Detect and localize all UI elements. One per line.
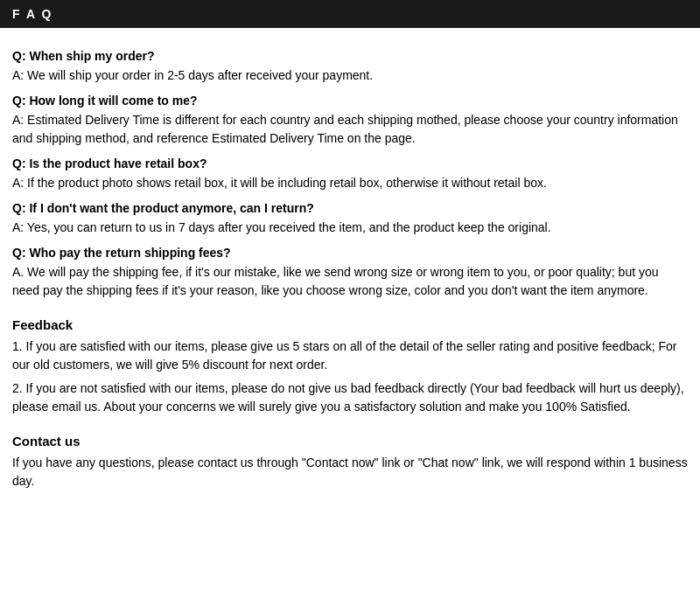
faq-item-3: Q: Is the product have retail box? A: If… [12,156,688,192]
faq-answer-3: A: If the product photo shows retail box… [12,174,688,192]
faq-answer-5: A. We will pay the shipping fee, if it's… [12,263,688,300]
faq-question-5: Q: Who pay the return shipping fees? [12,246,688,260]
feedback-section: Feedback 1. If you are satisfied with ou… [12,317,688,416]
faq-list: Q: When ship my order? A: We will ship y… [12,49,688,300]
feedback-title: Feedback [12,317,688,332]
faq-answer-4: A: Yes, you can return to us in 7 days a… [12,219,688,237]
faq-item-5: Q: Who pay the return shipping fees? A. … [12,246,688,300]
faq-question-3: Q: Is the product have retail box? [12,156,688,170]
feedback-item-1: 1. If you are satisfied with our items, … [12,337,688,374]
faq-item-2: Q: How long it will come to me? A: Estim… [12,94,688,148]
faq-question-2: Q: How long it will come to me? [12,94,688,108]
faq-answer-2: A: Estimated Delivery Time is different … [12,111,688,148]
faq-header: F A Q [0,0,700,28]
faq-content: Q: When ship my order? A: We will ship y… [0,37,700,503]
faq-item-4: Q: If I don't want the product anymore, … [12,201,688,237]
contact-text: If you have any questions, please contac… [12,454,688,490]
faq-title: F A Q [12,7,52,21]
faq-question-1: Q: When ship my order? [12,49,688,63]
contact-title: Contact us [12,434,688,449]
feedback-item-2: 2. If you are not satisfied with our ite… [12,379,688,416]
contact-section: Contact us If you have any questions, pl… [12,434,688,490]
faq-answer-1: A: We will ship your order in 2-5 days a… [12,66,688,85]
faq-question-4: Q: If I don't want the product anymore, … [12,201,688,215]
faq-item-1: Q: When ship my order? A: We will ship y… [12,49,688,85]
